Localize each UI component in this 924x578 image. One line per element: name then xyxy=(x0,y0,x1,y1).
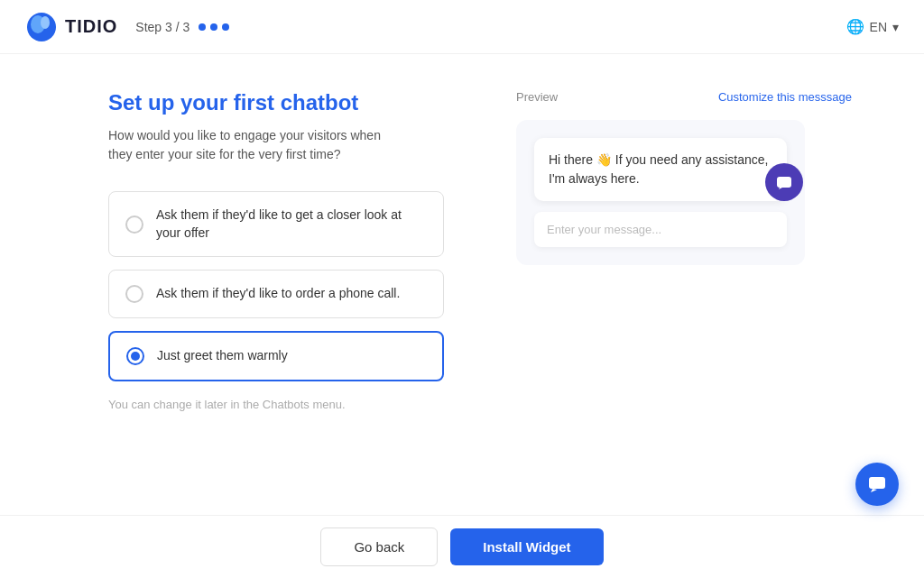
right-panel: Preview Customize this messsage Hi there… xyxy=(516,90,852,497)
chat-avatar-icon xyxy=(775,173,793,191)
option-text-3: Just greet them warmly xyxy=(157,347,288,365)
chat-message: Hi there 👋 If you need any assistance, I… xyxy=(549,152,768,186)
step-indicator: Step 3 / 3 xyxy=(135,20,229,34)
option-text-2: Ask them if they'd like to order a phone… xyxy=(156,285,400,303)
footer: Go back Install Widget xyxy=(0,515,924,578)
floating-chat-button[interactable] xyxy=(855,463,899,506)
chat-preview: Hi there 👋 If you need any assistance, I… xyxy=(516,120,805,265)
radio-2 xyxy=(125,285,143,303)
main-content: Set up your first chatbot How would you … xyxy=(0,54,924,515)
header: TIDIO Step 3 / 3 🌐 EN ▾ xyxy=(0,0,924,54)
globe-icon: 🌐 xyxy=(846,18,864,35)
option-card-3[interactable]: Just greet them warmly xyxy=(108,331,444,381)
chat-avatar xyxy=(765,163,803,201)
hint-text: You can change it later in the Chatbots … xyxy=(108,398,444,411)
chat-placeholder: Enter your message... xyxy=(547,223,661,236)
tidio-logo-icon xyxy=(25,11,58,43)
svg-rect-4 xyxy=(869,477,885,489)
radio-1 xyxy=(125,216,143,234)
radio-inner-3 xyxy=(131,352,140,361)
header-left: TIDIO Step 3 / 3 xyxy=(25,11,229,43)
option-text-1: Ask them if they'd like to get a closer … xyxy=(156,206,427,242)
logo: TIDIO xyxy=(25,11,117,43)
install-widget-button[interactable]: Install Widget xyxy=(450,528,603,565)
page-title: Set up your first chatbot xyxy=(108,90,444,115)
option-card-1[interactable]: Ask them if they'd like to get a closer … xyxy=(108,191,444,257)
step-dots xyxy=(199,23,229,31)
step-label: Step 3 / 3 xyxy=(135,20,189,34)
svg-rect-3 xyxy=(777,177,791,188)
chat-bubble: Hi there 👋 If you need any assistance, I… xyxy=(534,138,787,201)
radio-3 xyxy=(126,347,144,365)
dot-2 xyxy=(210,23,217,31)
language-selector[interactable]: 🌐 EN ▾ xyxy=(846,18,899,35)
logo-text: TIDIO xyxy=(65,16,117,37)
dot-3 xyxy=(222,23,229,31)
dot-1 xyxy=(199,23,206,31)
floating-chat-icon xyxy=(867,474,887,494)
option-card-2[interactable]: Ask them if they'd like to order a phone… xyxy=(108,270,444,318)
go-back-button[interactable]: Go back xyxy=(320,528,438,566)
left-panel: Set up your first chatbot How would you … xyxy=(108,90,444,497)
chat-input-preview: Enter your message... xyxy=(534,212,787,247)
page-subtitle: How would you like to engage your visito… xyxy=(108,126,397,164)
lang-label: EN xyxy=(870,20,887,34)
svg-point-2 xyxy=(41,16,50,29)
customize-link[interactable]: Customize this messsage xyxy=(718,90,852,104)
preview-label: Preview xyxy=(516,90,558,104)
chevron-down-icon: ▾ xyxy=(892,20,899,34)
preview-header: Preview Customize this messsage xyxy=(516,90,852,104)
